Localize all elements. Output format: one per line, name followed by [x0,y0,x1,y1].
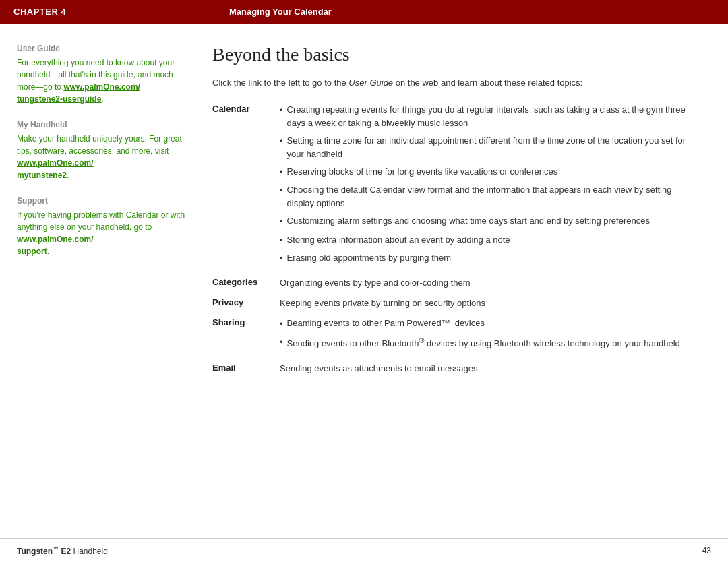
topic-row-categories: Categories Organizing events by type and… [212,276,701,290]
footer-page-number: 43 [702,546,711,555]
bullet-text: Creating repeating events for things you… [287,103,701,130]
sidebar-support-link[interactable]: www.palmOne.com/support [17,235,94,256]
bullet-item: • Choosing the default Calendar view for… [280,183,701,210]
bullet-dot: • [280,215,283,228]
sidebar-my-handheld-title: My Handheld [17,120,185,129]
bullet-dot: • [280,184,283,197]
bullet-item: • Storing extra information about an eve… [280,233,701,247]
sidebar-user-guide-text: For everything you need to know about yo… [17,57,185,105]
main-content: Beyond the basics Click the link to the … [199,37,728,538]
sidebar-section-my-handheld: My Handheld Make your handheld uniquely … [17,120,185,181]
sidebar-my-handheld-link[interactable]: www.palmOne.com/mytunstene2 [17,158,94,180]
intro-text: Click the link to the left to go to the … [212,76,701,90]
sidebar-support-title: Support [17,196,185,206]
topic-row-calendar: Calendar • Creating repeating events for… [212,103,701,270]
sidebar-my-handheld-text: Make your handheld uniquely yours. For g… [17,133,185,181]
topic-content-privacy: Keeping events private by turning on sec… [280,296,701,310]
topic-content-sharing: • Beaming events to other Palm Powered™ … [280,317,701,355]
bullet-text: Sending events to other Bluetooth® devic… [287,335,680,350]
topics-table: Calendar • Creating repeating events for… [212,103,701,375]
topic-label-sharing: Sharing [212,317,280,327]
topic-row-privacy: Privacy Keeping events private by turnin… [212,296,701,310]
topic-content-calendar: • Creating repeating events for things y… [280,103,701,270]
topic-label-email: Email [212,362,280,373]
bullet-text: Reserving blocks of time for long events… [287,165,558,179]
bullet-item: • Setting a time zone for an individual … [280,134,701,161]
topic-content-email: Sending events as attachments to email m… [280,362,701,375]
bullet-text: Storing extra information about an event… [287,233,510,247]
bullet-text: Choosing the default Calendar view forma… [287,183,701,210]
sidebar-user-guide-title: User Guide [17,44,185,53]
bullet-item: • Customizing alarm settings and choosin… [280,214,701,228]
header-chapter: CHAPTER 4 [0,0,216,24]
topic-content-categories: Organizing events by type and color-codi… [280,276,701,290]
bullet-text: Beaming events to other Palm Powered™ de… [287,317,485,330]
content-area: User Guide For everything you need to kn… [0,24,728,538]
topic-row-email: Email Sending events as attachments to e… [212,362,701,375]
bullet-dot: • [280,317,283,331]
bullet-dot: • [280,252,283,266]
sidebar-section-user-guide: User Guide For everything you need to kn… [17,44,185,105]
topic-label-privacy: Privacy [212,296,280,307]
topic-row-sharing: Sharing • Beaming events to other Palm P… [212,317,701,355]
sidebar: User Guide For everything you need to kn… [0,37,199,538]
header-title: Managing Your Calendar [216,0,728,24]
page-heading: Beyond the basics [212,44,701,65]
bullet-text: Erasing old appointments by purging them [287,251,452,265]
bullet-dot: • [280,166,283,179]
bullet-item: • Beaming events to other Palm Powered™ … [280,317,701,331]
bullet-dot: • [280,104,283,117]
sidebar-user-guide-link[interactable]: www.palmOne.com/tungstene2-userguide [17,82,140,104]
bullet-item: • Erasing old appointments by purging th… [280,251,701,266]
header-bar: CHAPTER 4 Managing Your Calendar [0,0,728,24]
bullet-item: • Sending events to other Bluetooth® dev… [280,335,701,350]
bullet-dot: • [280,336,283,349]
footer: Tungsten™ E2 Handheld 43 [0,538,728,562]
bullet-dot: • [280,234,283,247]
bullet-item: • Reserving blocks of time for long even… [280,165,701,179]
sidebar-section-support: Support If you're having problems with C… [17,196,185,257]
bullet-text: Setting a time zone for an individual ap… [287,134,701,161]
bullet-text: Customizing alarm settings and choosing … [287,214,650,228]
bullet-dot: • [280,135,283,148]
topic-label-calendar: Calendar [212,103,280,114]
bullet-item: • Creating repeating events for things y… [280,103,701,130]
sidebar-support-text: If you're having problems with Calendar … [17,209,185,257]
topic-label-categories: Categories [212,276,280,287]
footer-left: Tungsten™ E2 Handheld [17,545,108,556]
